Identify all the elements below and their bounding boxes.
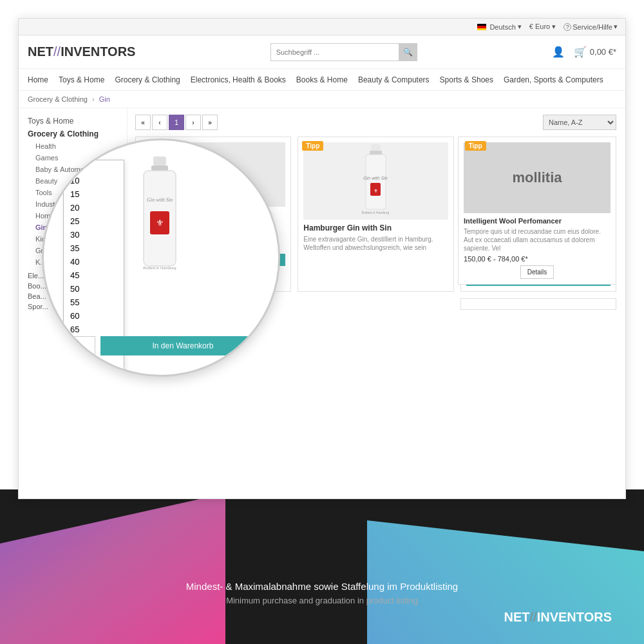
product-card-mollitia: mollitia Intelligent Wool Perfomancer Te… bbox=[458, 137, 616, 285]
magnification-circle: Tipp ✓ 5 10 15 20 25 30 35 40 45 50 55 6… bbox=[42, 138, 280, 377]
dropdown-item-5[interactable]: ✓ 5 bbox=[64, 160, 124, 174]
search-input[interactable] bbox=[270, 43, 399, 61]
language-selector[interactable]: Deutsch ▾ bbox=[477, 23, 521, 31]
dropdown-item-80[interactable]: 80 bbox=[64, 363, 124, 377]
svg-rect-12 bbox=[153, 156, 166, 166]
svg-text:Gin with Sin: Gin with Sin bbox=[363, 176, 387, 180]
dropdown-item-15[interactable]: 15 bbox=[64, 187, 124, 201]
nav-electronics[interactable]: Electronics, Health & Books bbox=[191, 75, 286, 84]
product-2-desc: Eine extravagante Gin, destilliert in Ha… bbox=[303, 235, 448, 252]
dropdown-item-40[interactable]: 40 bbox=[64, 255, 124, 269]
top-bar: Deutsch ▾ € Euro ▾ ? Service/Hilfe ▾ bbox=[19, 19, 625, 35]
account-icon[interactable]: 👤 bbox=[552, 46, 565, 58]
nav-grocery[interactable]: Grocery & Clothing bbox=[115, 75, 180, 84]
gin-bottle-circle: Gin with Sin ⚜ Bottled in Hamburg bbox=[137, 156, 182, 272]
svg-text:Bottled in Hamburg: Bottled in Hamburg bbox=[143, 266, 176, 270]
dropdown-item-60[interactable]: 60 bbox=[64, 309, 124, 323]
svg-rect-2 bbox=[366, 155, 386, 209]
product4-price: 150,00 € - 784,00 €* bbox=[464, 255, 611, 263]
sort-select[interactable]: Name, A-Z Name, Z-A Price, low to high P… bbox=[543, 115, 616, 130]
product4-title: Intelligent Wool Perfomancer bbox=[464, 217, 611, 225]
product-card-2: Tipp Gin with Sin ⚜ Bottle bbox=[298, 137, 453, 292]
nav-garden[interactable]: Garden, Sports & Computers bbox=[504, 75, 603, 84]
page-prev[interactable]: ‹ bbox=[152, 115, 167, 130]
cart-icon[interactable]: 🛒 0,00 €* bbox=[574, 46, 616, 58]
dropdown-item-55[interactable]: 55 bbox=[64, 296, 124, 309]
product-card-4 bbox=[460, 298, 616, 310]
logo: NET//INVENTORS bbox=[28, 44, 135, 59]
product-3-badge: Tipp bbox=[465, 141, 486, 151]
breadcrumb-parent[interactable]: Grocery & Clothing bbox=[28, 95, 88, 103]
search-box: 🔍 bbox=[270, 43, 417, 61]
svg-text:Gin with Sin: Gin with Sin bbox=[147, 197, 173, 203]
nav-sports[interactable]: Sports & Shoes bbox=[440, 75, 493, 84]
bottom-main-text: Mindest- & Maximalabnahme sowie Staffelu… bbox=[0, 581, 644, 592]
breadcrumb-current: Gin bbox=[99, 95, 110, 103]
dropdown-item-65[interactable]: 65 bbox=[64, 323, 124, 336]
sort-bar: Name, A-Z Name, Z-A Price, low to high P… bbox=[543, 115, 616, 130]
nav-toys[interactable]: Toys & Home bbox=[59, 75, 104, 84]
bottom-logo: NET//INVENTORS bbox=[504, 610, 612, 625]
svg-text:Bottled in Hamburg: Bottled in Hamburg bbox=[362, 211, 390, 214]
product4-details-btn[interactable]: Details bbox=[520, 265, 554, 279]
page-first[interactable]: « bbox=[135, 115, 151, 130]
page-last[interactable]: » bbox=[202, 115, 218, 130]
dropdown-item-45[interactable]: 45 bbox=[64, 269, 124, 282]
gin-bottle-svg: Gin with Sin ⚜ Bottled in Hamburg bbox=[358, 144, 393, 218]
bottom-sub-text: Minimum purchase and graduation in produ… bbox=[0, 596, 644, 605]
svg-text:⚜: ⚜ bbox=[373, 188, 377, 194]
circle-warenkorb-btn[interactable]: In den Warenkorb bbox=[100, 336, 265, 355]
svg-rect-1 bbox=[370, 151, 382, 155]
nav-beauty[interactable]: Beauty & Computers bbox=[358, 75, 430, 84]
dropdown-item-30[interactable]: 30 bbox=[64, 228, 124, 242]
dropdown-item-25[interactable]: 25 bbox=[64, 214, 124, 228]
product-2-title: Hamburger Gin with Sin bbox=[303, 223, 448, 232]
nav-home[interactable]: Home bbox=[28, 75, 48, 84]
product-2-badge: Tipp bbox=[302, 141, 323, 151]
page-next[interactable]: › bbox=[185, 115, 201, 130]
dropdown-item-10[interactable]: 10 bbox=[64, 174, 124, 187]
page-1[interactable]: 1 bbox=[169, 115, 184, 130]
navigation: Home Toys & Home Grocery & Clothing Elec… bbox=[19, 69, 625, 91]
svg-text:⚜: ⚜ bbox=[156, 218, 164, 228]
mollitia-text: mollitia bbox=[513, 169, 562, 186]
service-link[interactable]: ? Service/Hilfe ▾ bbox=[564, 23, 618, 31]
circle-qty-input[interactable] bbox=[57, 337, 95, 355]
header: NET//INVENTORS 🔍 👤 🛒 0,00 €* bbox=[19, 35, 625, 69]
breadcrumb-arrow: › bbox=[92, 95, 95, 103]
dropdown-item-50[interactable]: 50 bbox=[64, 282, 124, 296]
currency-selector[interactable]: € Euro ▾ bbox=[529, 23, 556, 31]
dropdown-item-35[interactable]: 35 bbox=[64, 242, 124, 255]
dropdown-item-20[interactable]: 20 bbox=[64, 201, 124, 214]
product4-desc: Tempore quis ut id recusandae cum eius d… bbox=[464, 227, 611, 252]
search-button[interactable]: 🔍 bbox=[399, 43, 417, 61]
breadcrumb: Grocery & Clothing › Gin bbox=[19, 91, 625, 108]
svg-rect-0 bbox=[371, 144, 381, 151]
nav-books[interactable]: Books & Home bbox=[296, 75, 348, 84]
sidebar-item-grocery[interactable]: Grocery & Clothing bbox=[28, 128, 127, 140]
svg-rect-13 bbox=[151, 166, 168, 171]
pagination: « ‹ 1 › » bbox=[135, 115, 218, 130]
sidebar-item-toys[interactable]: Toys & Home bbox=[28, 115, 127, 128]
